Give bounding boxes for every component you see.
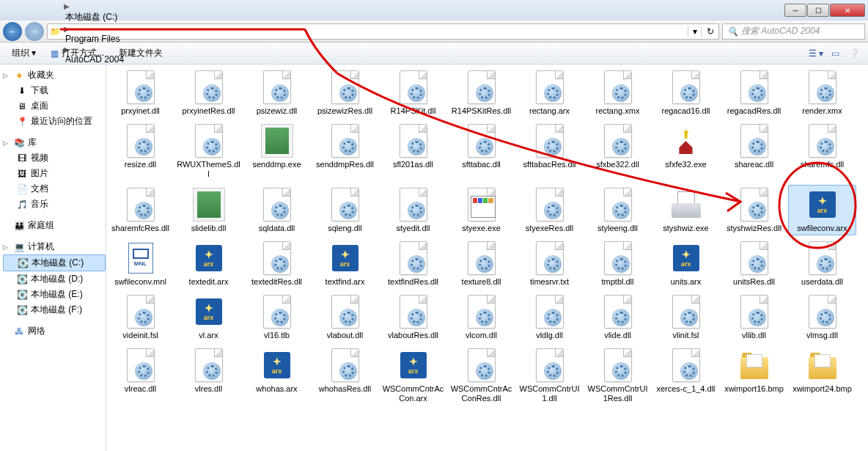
- file-item[interactable]: R14PSKitRes.dll: [447, 67, 515, 118]
- file-item[interactable]: WSCommCntrAcConRes.dll: [447, 345, 515, 406]
- file-item[interactable]: userdata.dll: [788, 238, 856, 289]
- sidebar-item[interactable]: 🖥 桌面: [3, 98, 106, 114]
- chevron-right-icon[interactable]: ▶: [62, 25, 71, 33]
- file-item[interactable]: ✦arx whohas.arx: [243, 345, 311, 406]
- sidebar-item[interactable]: 🖼 图片: [3, 166, 106, 181]
- file-item[interactable]: ⬆ sfxfe32.exe: [652, 121, 720, 181]
- file-item[interactable]: MNL swfileconv.mnl: [106, 238, 174, 289]
- file-item[interactable]: WSCommCntrUI1.dll: [515, 345, 584, 406]
- window-close-button[interactable]: ✕: [830, 4, 865, 17]
- sidebar-group-收藏夹[interactable]: ▷ ★ 收藏夹: [3, 67, 106, 83]
- file-item[interactable]: xwimport24.bmp: [788, 345, 856, 406]
- file-item[interactable]: RWUXThemeS.dll: [174, 121, 243, 181]
- sidebar-group-计算机[interactable]: ▷ 💻 计算机: [3, 239, 106, 254]
- sidebar-item[interactable]: 📄 文档: [3, 181, 106, 197]
- file-item[interactable]: sfttabacRes.dll: [515, 121, 584, 181]
- file-item[interactable]: texture8.dll: [447, 238, 515, 289]
- window-minimize-button[interactable]: ─: [784, 4, 806, 17]
- breadcrumb-segment[interactable]: 本地磁盘 (C:): [62, 11, 127, 23]
- file-item[interactable]: psizewizRes.dll: [311, 67, 379, 118]
- file-item[interactable]: regacad16.dll: [652, 67, 720, 118]
- file-item[interactable]: vlres.dll: [174, 345, 243, 406]
- open-with-button[interactable]: ▦ 打开方式...: [45, 45, 110, 62]
- file-item[interactable]: styedit.dll: [379, 185, 447, 235]
- file-item[interactable]: vllib.dll: [720, 292, 788, 342]
- file-item[interactable]: styleeng.dll: [584, 185, 652, 235]
- organize-button[interactable]: 组织 ▾: [6, 45, 42, 62]
- sidebar-group-网络[interactable]: 🖧 网络: [3, 323, 106, 339]
- file-item[interactable]: videinit.fsl: [106, 292, 174, 342]
- file-item[interactable]: texteditRes.dll: [243, 238, 311, 289]
- file-item[interactable]: shareac.dll: [720, 121, 788, 181]
- file-item[interactable]: styshwizRes.dll: [720, 185, 788, 235]
- sidebar-item[interactable]: 🎵 音乐: [3, 197, 106, 212]
- sidebar-item[interactable]: 💽 本地磁盘 (C:): [3, 254, 106, 271]
- file-item[interactable]: slidelib.dll: [174, 185, 243, 235]
- view-options-button[interactable]: ☰ ▾: [808, 45, 824, 62]
- file-item[interactable]: sfttabac.dll: [447, 121, 515, 181]
- file-item[interactable]: textfindRes.dll: [379, 238, 447, 289]
- sidebar-group-库[interactable]: ▷ 📚 库: [3, 135, 106, 150]
- file-item[interactable]: prxyinetRes.dll: [174, 67, 243, 118]
- breadcrumb[interactable]: 📁 计算机▶本地磁盘 (C:)▶Program Files▶AutoCAD 20…: [47, 23, 719, 40]
- file-item[interactable]: styshwiz.exe: [652, 185, 720, 235]
- file-item[interactable]: tmptbl.dll: [584, 238, 652, 289]
- file-item[interactable]: ✦arx units.arx: [652, 238, 720, 289]
- sidebar-group-家庭组[interactable]: 👪 家庭组: [3, 218, 106, 233]
- breadcrumb-dropdown[interactable]: ▾: [688, 26, 701, 37]
- sidebar-item[interactable]: 📍 最近访问的位置: [3, 114, 106, 129]
- file-item[interactable]: resize.dll: [106, 121, 174, 181]
- nav-forward-button[interactable]: →: [25, 22, 44, 41]
- new-folder-button[interactable]: 新建文件夹: [113, 45, 169, 62]
- file-item[interactable]: styexe.exe: [447, 185, 515, 235]
- file-item[interactable]: styexeRes.dll: [515, 185, 584, 235]
- file-item[interactable]: rectang.arx: [515, 67, 584, 118]
- sidebar-item[interactable]: 💽 本地磁盘 (D:): [3, 271, 106, 287]
- file-item[interactable]: senddmp.exe: [243, 121, 311, 181]
- file-item[interactable]: sqldata.dll: [243, 185, 311, 235]
- file-item[interactable]: sfxbe322.dll: [584, 121, 652, 181]
- file-item[interactable]: ✦arx textedit.arx: [174, 238, 243, 289]
- window-maximize-button[interactable]: ☐: [807, 4, 829, 17]
- file-item[interactable]: whohasRes.dll: [311, 345, 379, 406]
- file-item[interactable]: prxyinet.dll: [106, 67, 174, 118]
- file-item[interactable]: regacadRes.dll: [720, 67, 788, 118]
- navigation-sidebar[interactable]: ▷ ★ 收藏夹⬇ 下载🖥 桌面📍 最近访问的位置▷ 📚 库🎞 视频🖼 图片📄 文…: [0, 65, 106, 451]
- file-item[interactable]: vlcom.dll: [447, 292, 515, 342]
- file-item[interactable]: rectang.xmx: [584, 67, 652, 118]
- search-input[interactable]: 🔍 搜索 AutoCAD 2004: [722, 23, 865, 40]
- file-item[interactable]: sharemfc.dll: [788, 121, 856, 181]
- sidebar-item[interactable]: 🎞 视频: [3, 150, 106, 166]
- file-item[interactable]: sfl201as.dll: [379, 121, 447, 181]
- file-item[interactable]: ✦arx vl.arx: [174, 292, 243, 342]
- sidebar-item[interactable]: 💽 本地磁盘 (E:): [3, 287, 106, 302]
- file-item[interactable]: R14PSKit.dll: [379, 67, 447, 118]
- file-list-pane[interactable]: prxyinet.dll prxyinetRes.dll psizewiz.dl…: [106, 65, 868, 451]
- file-item[interactable]: ✦arx swfileconv.arx: [788, 185, 856, 235]
- file-item[interactable]: vldlg.dll: [515, 292, 584, 342]
- file-item[interactable]: render.xmx: [788, 67, 856, 118]
- preview-pane-button[interactable]: ▭: [827, 45, 843, 62]
- file-item[interactable]: senddmpRes.dll: [311, 121, 379, 181]
- refresh-button[interactable]: ↻: [701, 26, 718, 37]
- breadcrumb-segment[interactable]: 计算机: [62, 0, 127, 1]
- file-item[interactable]: ✦arx textfind.arx: [311, 238, 379, 289]
- sidebar-item[interactable]: ⬇ 下载: [3, 83, 106, 98]
- help-button[interactable]: ❔: [846, 45, 862, 62]
- file-item[interactable]: vlabout.dll: [311, 292, 379, 342]
- file-item[interactable]: WSCommCntrUI1Res.dll: [584, 345, 652, 406]
- file-item[interactable]: vl16.tlb: [243, 292, 311, 342]
- sidebar-item[interactable]: 💽 本地磁盘 (F:): [3, 302, 106, 318]
- file-item[interactable]: ✦arx WSCommCntrAcCon.arx: [379, 345, 447, 406]
- file-item[interactable]: xwimport16.bmp: [720, 345, 788, 406]
- file-item[interactable]: unitsRes.dll: [720, 238, 788, 289]
- file-item[interactable]: vlmsg.dll: [788, 292, 856, 342]
- file-item[interactable]: vlide.dll: [584, 292, 652, 342]
- file-item[interactable]: vlreac.dll: [106, 345, 174, 406]
- file-item[interactable]: xerces-c_1_4.dll: [652, 345, 720, 406]
- file-item[interactable]: sharemfcRes.dll: [106, 185, 174, 235]
- file-item[interactable]: vlaboutRes.dll: [379, 292, 447, 342]
- nav-back-button[interactable]: ←: [3, 22, 22, 41]
- file-item[interactable]: psizewiz.dll: [243, 67, 311, 118]
- breadcrumb-segment[interactable]: Program Files: [62, 34, 127, 44]
